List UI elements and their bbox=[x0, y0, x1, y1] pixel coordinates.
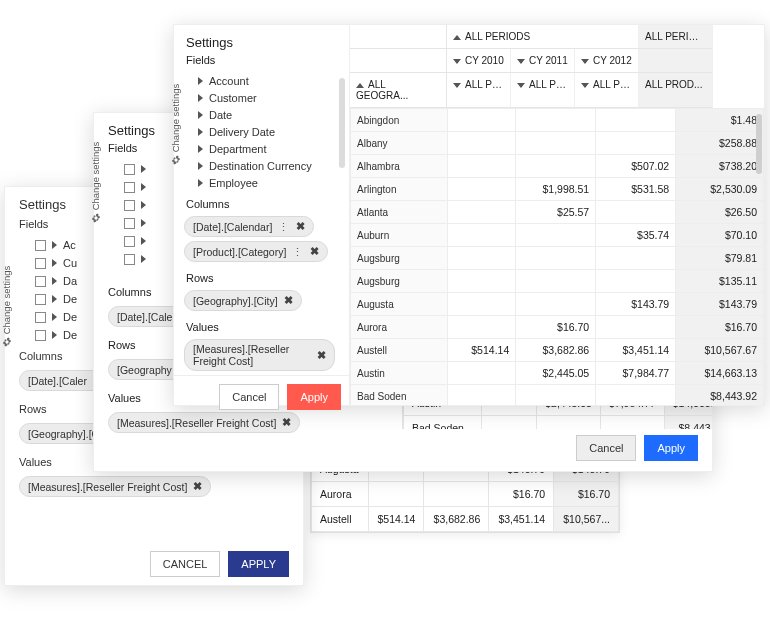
scrollbar[interactable] bbox=[756, 114, 762, 174]
expand-icon[interactable] bbox=[52, 259, 57, 267]
checkbox-icon[interactable] bbox=[124, 236, 135, 247]
tree-item[interactable]: Destination Currency bbox=[198, 157, 349, 174]
total-cell: $258.88 bbox=[676, 132, 764, 155]
cell bbox=[424, 482, 489, 507]
cancel-button[interactable]: Cancel bbox=[219, 384, 279, 410]
more-icon[interactable]: ⋮ bbox=[278, 221, 290, 233]
col-header-prod[interactable]: ALL PRO... bbox=[447, 73, 511, 108]
expand-icon[interactable] bbox=[52, 331, 57, 339]
cancel-button[interactable]: CANCEL bbox=[150, 551, 221, 577]
table-row: Atlanta$25.57$26.50 bbox=[351, 201, 764, 224]
cell bbox=[516, 247, 596, 270]
row-header-cell: Bad Soden bbox=[404, 416, 482, 430]
checkbox-icon[interactable] bbox=[35, 276, 46, 287]
column-chip[interactable]: [Product].[Category]⋮✖ bbox=[184, 241, 328, 262]
table-row: Alhambra$507.02$738.20 bbox=[351, 155, 764, 178]
tree-label: Employee bbox=[209, 177, 258, 189]
checkbox-icon[interactable] bbox=[124, 164, 135, 175]
cell bbox=[448, 362, 516, 385]
expand-icon[interactable] bbox=[141, 237, 146, 245]
close-icon[interactable]: ✖ bbox=[193, 480, 202, 493]
total-cell: $26.50 bbox=[676, 201, 764, 224]
cell bbox=[596, 316, 676, 339]
expand-icon[interactable] bbox=[198, 128, 203, 136]
row-header-cell[interactable]: Aurora bbox=[351, 316, 448, 339]
expand-icon[interactable] bbox=[52, 241, 57, 249]
checkbox-icon[interactable] bbox=[35, 258, 46, 269]
cell: $2,445.05 bbox=[516, 362, 596, 385]
checkbox-icon[interactable] bbox=[124, 200, 135, 211]
tree-item[interactable]: Customer bbox=[198, 89, 349, 106]
cancel-button[interactable]: Cancel bbox=[576, 435, 636, 461]
tree-item[interactable]: Employee bbox=[198, 174, 349, 191]
row-header-cell[interactable]: Atlanta bbox=[351, 201, 448, 224]
checkbox-icon[interactable] bbox=[124, 254, 135, 265]
expand-icon[interactable] bbox=[198, 162, 203, 170]
tree-label: Ac bbox=[63, 239, 76, 251]
expand-icon[interactable] bbox=[141, 255, 146, 263]
close-icon[interactable]: ✖ bbox=[296, 220, 305, 233]
col-header-prod[interactable]: ALL PRO... bbox=[575, 73, 639, 108]
chip-label: [Measures].[Reseller Freight Cost] bbox=[117, 417, 276, 429]
row-header-cell[interactable]: Augsburg bbox=[351, 247, 448, 270]
apply-button[interactable]: APPLY bbox=[228, 551, 289, 577]
cell bbox=[448, 270, 516, 293]
row-header-cell[interactable]: Auburn bbox=[351, 224, 448, 247]
col-header-prod[interactable]: ALL PRO... bbox=[511, 73, 575, 108]
row-header-cell[interactable]: Bad Soden bbox=[351, 385, 448, 406]
expand-icon[interactable] bbox=[52, 295, 57, 303]
checkbox-icon[interactable] bbox=[35, 330, 46, 341]
checkbox-icon[interactable] bbox=[35, 294, 46, 305]
expand-icon[interactable] bbox=[52, 277, 57, 285]
more-icon[interactable]: ⋮ bbox=[292, 246, 304, 258]
checkbox-icon[interactable] bbox=[35, 240, 46, 251]
cell: $507.02 bbox=[596, 155, 676, 178]
scrollbar[interactable] bbox=[339, 78, 345, 168]
row-header-cell[interactable]: Arlington bbox=[351, 178, 448, 201]
row-header-cell[interactable]: Abingdon bbox=[351, 109, 448, 132]
expand-icon[interactable] bbox=[141, 183, 146, 191]
col-header-all-periods[interactable]: ALL PERIODS bbox=[447, 25, 639, 49]
row-header-cell[interactable]: Austell bbox=[351, 339, 448, 362]
tree-item[interactable]: Delivery Date bbox=[198, 123, 349, 140]
expand-icon[interactable] bbox=[198, 94, 203, 102]
tree-label: Account bbox=[209, 75, 249, 87]
expand-icon[interactable] bbox=[198, 179, 203, 187]
tree-item[interactable]: Department bbox=[198, 140, 349, 157]
col-header-year[interactable]: CY 2012 bbox=[575, 49, 639, 73]
checkbox-icon[interactable] bbox=[124, 182, 135, 193]
checkbox-icon[interactable] bbox=[124, 218, 135, 229]
value-chip[interactable]: [Measures].[Reseller Freight Cost]✖ bbox=[184, 339, 335, 371]
close-icon[interactable]: ✖ bbox=[310, 245, 319, 258]
tree-item[interactable]: Date bbox=[198, 106, 349, 123]
col-header-year[interactable]: CY 2011 bbox=[511, 49, 575, 73]
row-header-cell[interactable]: Albany bbox=[351, 132, 448, 155]
expand-icon[interactable] bbox=[198, 111, 203, 119]
apply-button[interactable]: Apply bbox=[287, 384, 341, 410]
row-header-cell[interactable]: Augusta bbox=[351, 293, 448, 316]
expand-icon[interactable] bbox=[198, 145, 203, 153]
row-header-cell[interactable]: Austin bbox=[351, 362, 448, 385]
expand-icon[interactable] bbox=[141, 165, 146, 173]
column-chip[interactable]: [Date].[Calendar]⋮✖ bbox=[184, 216, 314, 237]
chip-label: [Date].[Caler bbox=[28, 375, 87, 387]
row-header-cell[interactable]: Alhambra bbox=[351, 155, 448, 178]
close-icon[interactable]: ✖ bbox=[284, 294, 293, 307]
row-chip[interactable]: [Geography].[City]✖ bbox=[184, 290, 302, 311]
expand-icon[interactable] bbox=[52, 313, 57, 321]
close-icon[interactable]: ✖ bbox=[317, 349, 326, 362]
change-settings-tab[interactable]: Change settings bbox=[1, 266, 12, 347]
checkbox-icon[interactable] bbox=[35, 312, 46, 323]
total-cell: $16.70 bbox=[554, 482, 619, 507]
value-chip[interactable]: [Measures].[Reseller Freight Cost]✖ bbox=[19, 476, 211, 497]
apply-button[interactable]: Apply bbox=[644, 435, 698, 461]
total-cell: $70.10 bbox=[676, 224, 764, 247]
row-header-cell[interactable]: Augsburg bbox=[351, 270, 448, 293]
chip-label: [Date].[Calendar] bbox=[193, 221, 272, 233]
expand-icon[interactable] bbox=[198, 77, 203, 85]
col-header-year[interactable]: CY 2010 bbox=[447, 49, 511, 73]
row-header-all-geo[interactable]: ALL GEOGRA... bbox=[350, 73, 447, 108]
expand-icon[interactable] bbox=[141, 219, 146, 227]
tree-item[interactable]: Account bbox=[198, 72, 349, 89]
expand-icon[interactable] bbox=[141, 201, 146, 209]
